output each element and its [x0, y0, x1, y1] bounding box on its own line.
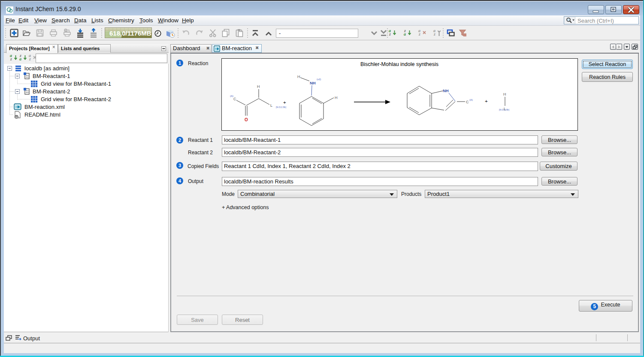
svg-text:H: H — [297, 75, 300, 79]
svg-text:+: + — [283, 100, 286, 105]
svg-text:H: H — [257, 84, 260, 89]
svg-text:[N:O;C:Br]: [N:O;C:Br] — [499, 108, 509, 111]
svg-text:NH: NH — [310, 81, 316, 85]
svg-text:(A): (A) — [469, 99, 473, 101]
svg-text:[N:O;C:Br]: [N:O;C:Br] — [276, 106, 286, 108]
svg-text:C: C — [233, 97, 236, 101]
svg-text:Bischler-Mohlau indole synthes: Bischler-Mohlau indole synthesis — [360, 61, 438, 67]
svg-text:L: L — [270, 103, 272, 108]
svg-text:H: H — [335, 96, 338, 100]
svg-text:C: C — [466, 100, 469, 104]
svg-text:NH: NH — [443, 88, 449, 93]
svg-text:H: H — [503, 92, 506, 96]
svg-text:O: O — [245, 117, 248, 122]
svg-text:+: + — [485, 99, 488, 104]
svg-text:(v2): (v2) — [317, 78, 321, 81]
svg-text:(A): (A) — [230, 95, 233, 97]
